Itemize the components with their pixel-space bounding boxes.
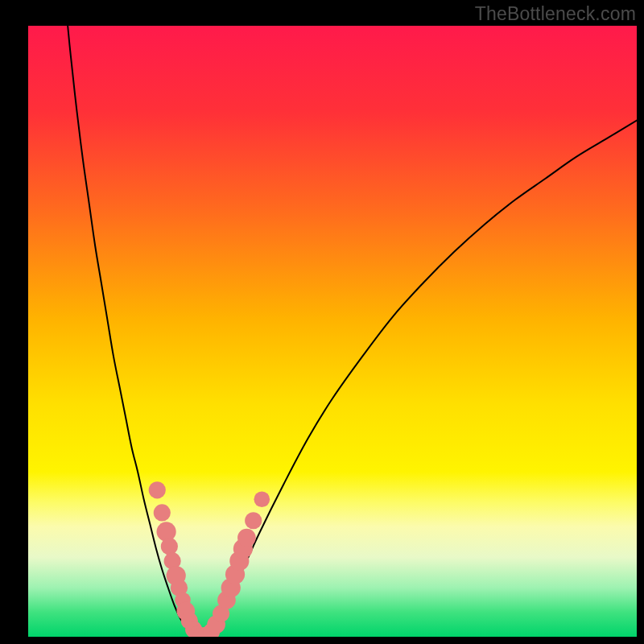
marker-dot [154, 504, 171, 521]
marker-dot [161, 538, 178, 555]
watermark-text: TheBottleneck.com [475, 3, 636, 25]
bottleneck-curve [68, 26, 637, 637]
frame: TheBottleneck.com [0, 0, 644, 644]
plot-area [28, 26, 637, 637]
marker-dot [237, 529, 256, 547]
marker-dot [245, 512, 262, 529]
marker-dot [254, 491, 270, 507]
marker-dot [149, 481, 166, 498]
chart-svg [28, 26, 637, 637]
